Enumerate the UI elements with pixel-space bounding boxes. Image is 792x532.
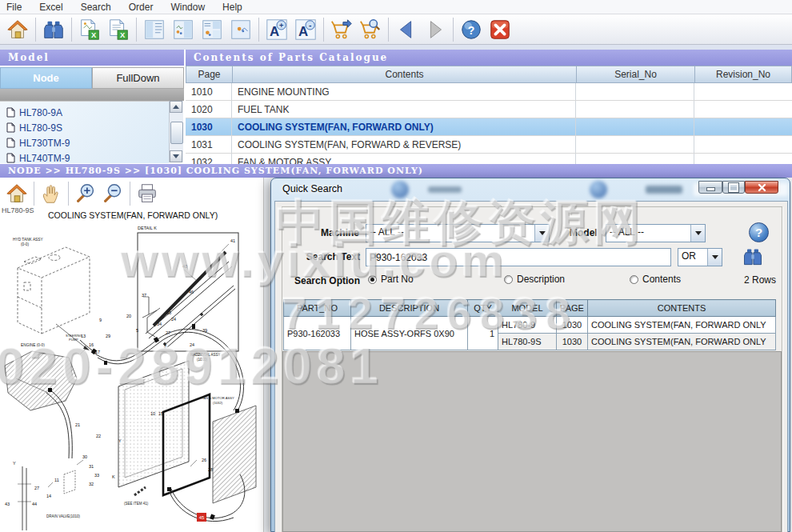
maximize-button[interactable]	[722, 181, 745, 194]
menu-order[interactable]: Order	[129, 2, 154, 13]
menu-excel[interactable]: Excel	[39, 2, 62, 13]
view-split-grid-icon[interactable]	[198, 16, 226, 43]
tree-item-hl730tm-9[interactable]: HL730TM-9	[0, 135, 169, 150]
run-search-binoculars-icon[interactable]	[742, 246, 764, 268]
dialog-help-icon[interactable]: ?	[749, 222, 769, 242]
cell-serial	[576, 154, 694, 164]
tab-fulldown[interactable]: FullDown	[92, 67, 184, 89]
document-icon	[6, 153, 15, 163]
view-split-list-icon[interactable]	[169, 16, 198, 43]
col-revision-no[interactable]: Revision_No	[695, 66, 791, 82]
svg-text:X: X	[120, 30, 126, 38]
col-qty[interactable]: QTY	[468, 300, 498, 317]
col-model[interactable]: MODEL	[498, 300, 557, 317]
col-serial-no[interactable]: Serial_No	[577, 66, 695, 82]
svg-text:27: 27	[166, 330, 170, 335]
operator-select[interactable]: OR	[678, 248, 722, 266]
catalogue-row-1030-selected[interactable]: 1030 COOLING SYSTEM(FAN, FORWARD ONLY)	[186, 118, 792, 136]
col-contents[interactable]: Contents	[233, 66, 577, 82]
radio-description[interactable]: Description	[504, 274, 565, 285]
close-button[interactable]	[745, 181, 778, 194]
nav-forward-icon[interactable]	[421, 16, 450, 43]
svg-text:K: K	[112, 474, 115, 479]
help-icon[interactable]: ?	[457, 16, 486, 43]
radio-part-no[interactable]: Part No	[368, 274, 414, 285]
minimize-button[interactable]	[698, 181, 722, 194]
menu-search[interactable]: Search	[81, 2, 111, 13]
dialog-title: Quick Search	[282, 183, 342, 194]
font-zoom-out-icon[interactable]: A-	[291, 16, 320, 43]
print-icon[interactable]	[134, 181, 161, 206]
chevron-down-icon	[695, 231, 702, 235]
svg-text:(1010): (1010)	[197, 358, 208, 362]
chevron-down-icon	[712, 255, 718, 259]
cell-contents: COOLING SYSTEM(FAN, FORWARD ONLY	[588, 317, 776, 334]
tree-scrollbar[interactable]	[169, 101, 183, 162]
catalogue-row-1020[interactable]: 1020 FUEL TANK	[186, 101, 792, 118]
svg-text:22: 22	[96, 434, 101, 438]
catalogue-row-1010[interactable]: 1010 ENGINE MOUNTING	[186, 83, 792, 101]
radio-label: Part No	[381, 274, 414, 285]
cart-search-icon[interactable]	[356, 16, 385, 43]
col-part-no[interactable]: PART_NO	[284, 300, 351, 317]
scroll-down-button[interactable]	[170, 150, 182, 162]
view-catalogue-icon[interactable]	[140, 16, 169, 43]
quick-search-dialog: Quick Search Machine -- ALL -- Model -- …	[270, 178, 790, 532]
zoom-in-icon[interactable]	[72, 181, 99, 206]
cart-add-icon[interactable]	[327, 16, 356, 43]
cell-page: 1032	[186, 154, 232, 164]
svg-text:30: 30	[82, 454, 87, 459]
cell-page: 1010	[186, 83, 232, 100]
svg-text:(0-0): (0-0)	[21, 242, 30, 246]
svg-text:34: 34	[157, 322, 162, 326]
search-text-input[interactable]	[366, 248, 671, 266]
home-icon[interactable]	[3, 16, 32, 43]
nav-back-icon[interactable]	[392, 16, 421, 43]
menu-window[interactable]: Window	[170, 2, 205, 13]
machine-dropdown-button[interactable]	[534, 225, 549, 242]
col-description[interactable]: DESCRIPTION	[351, 300, 468, 317]
menu-file[interactable]: File	[6, 2, 22, 13]
cell-page: 1031	[186, 136, 232, 153]
cell-contents: COOLING SYSTEM(FAN, FORWARD & REVERSE)	[232, 136, 576, 153]
parts-diagram[interactable]: HYD TANK ASSY (0-0) DETAIL K ENG	[0, 220, 264, 532]
radio-contents[interactable]: Contents	[630, 274, 681, 285]
search-binoculars-icon[interactable]	[39, 16, 68, 43]
result-row-hl780-9[interactable]: P930-162033 HOSE ASSY-ORFS 0X90 1 HL780-…	[284, 317, 776, 334]
cell-serial	[576, 101, 694, 118]
tree-item-hl780-9s[interactable]: HL780-9S	[0, 120, 169, 135]
cell-page: 1020	[186, 101, 232, 118]
operator-dropdown-button[interactable]	[707, 249, 722, 266]
catalogue-row-1031[interactable]: 1031 COOLING SYSTEM(FAN, FORWARD & REVER…	[186, 136, 792, 154]
col-contents[interactable]: CONTENTS	[588, 300, 776, 317]
catalogue-row-1032[interactable]: 1032 FAN & MOTOR ASSY	[186, 154, 792, 164]
scroll-up-button[interactable]	[170, 101, 182, 113]
font-zoom-in-icon[interactable]: A+	[262, 16, 291, 43]
export-image-excel-icon[interactable]: X	[75, 16, 104, 43]
dialog-titlebar[interactable]: Quick Search	[271, 178, 790, 201]
pan-hand-icon[interactable]	[38, 181, 65, 206]
radio-label: Description	[517, 274, 565, 285]
menu-bar: File Excel Search Order Window Help	[0, 0, 792, 14]
col-page[interactable]: Page	[186, 66, 233, 82]
svg-text:33: 33	[94, 473, 99, 478]
model-select[interactable]: -- ALL --	[606, 224, 706, 242]
scroll-thumb[interactable]	[170, 122, 183, 144]
tree-header-strip	[0, 89, 184, 101]
tree-item-hl780-9a[interactable]: HL780-9A	[0, 105, 169, 120]
export-list-excel-icon[interactable]: X	[104, 16, 133, 43]
exit-icon[interactable]	[486, 16, 514, 43]
svg-text:9: 9	[99, 318, 102, 322]
machine-select[interactable]: -- ALL --	[366, 224, 550, 242]
col-page[interactable]: PAGE	[557, 300, 588, 317]
svg-text:28: 28	[208, 467, 213, 472]
zoom-out-icon[interactable]	[99, 181, 126, 206]
model-dropdown-button[interactable]	[690, 225, 705, 242]
cell-page: 1030	[557, 317, 588, 334]
menu-help[interactable]: Help	[222, 2, 242, 13]
home-icon[interactable]	[3, 181, 30, 206]
view-image-icon[interactable]	[226, 16, 255, 43]
tree-item-hl740tm-9[interactable]: HL740TM-9	[0, 150, 169, 163]
tab-node[interactable]: Node	[0, 67, 92, 89]
breadcrumb: NODE >> HL780-9S >> [1030] COOLING SYSTE…	[8, 166, 423, 176]
